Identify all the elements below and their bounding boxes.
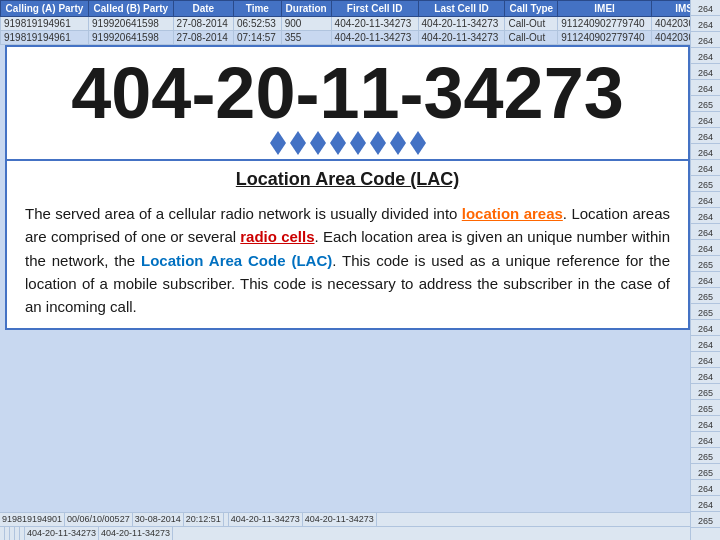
arrow-down-2: [290, 143, 306, 155]
body-text-segment: location areas: [462, 205, 563, 222]
table-cell: Call-Out: [505, 17, 558, 31]
arrow-down-5: [350, 143, 366, 155]
right-number: 265: [691, 400, 720, 416]
right-number: 264: [691, 240, 720, 256]
arrow-group-6: [370, 131, 386, 155]
table-header: First Cell ID: [331, 1, 418, 17]
table-header: Time: [233, 1, 281, 17]
table-cell: 27-08-2014: [173, 17, 233, 31]
arrow-group-1: [270, 131, 286, 155]
arrow-down-4: [330, 143, 346, 155]
table-header: Calling (A) Party: [1, 1, 89, 17]
table-row: 91981919496191992064159827-08-201407:14:…: [1, 31, 720, 45]
table-cell: 911240902779740: [558, 17, 652, 31]
arrow-group-2: [290, 131, 306, 155]
table-cell: 27-08-2014: [173, 31, 233, 45]
right-number: 264: [691, 160, 720, 176]
info-panel: 404-20-11-34273 Location Area Code (LAC)…: [5, 45, 690, 330]
right-number: 264: [691, 64, 720, 80]
background-table: Calling (A) PartyCalled (B) PartyDateTim…: [0, 0, 720, 45]
bottom-table-cell: 20:12:51: [184, 513, 224, 526]
table-cell: 900: [281, 17, 331, 31]
table-cell: 919819194961: [1, 31, 89, 45]
right-number: 264: [691, 16, 720, 32]
arrow-group-3: [310, 131, 326, 155]
right-number: 264: [691, 128, 720, 144]
bottom-table-cell: 30-08-2014: [133, 513, 184, 526]
arrow-down-8: [410, 143, 426, 155]
arrow-down-3: [310, 143, 326, 155]
table-header: Date: [173, 1, 233, 17]
right-number: 264: [691, 368, 720, 384]
right-column-numbers: 2642642642642642642652642642642642652642…: [690, 0, 720, 540]
right-number: 264: [691, 144, 720, 160]
table-header: Last Cell ID: [418, 1, 505, 17]
arrow-group-4: [330, 131, 346, 155]
right-number: 264: [691, 352, 720, 368]
right-number: 265: [691, 384, 720, 400]
table-header: IMEI: [558, 1, 652, 17]
cell-id-display: 404-20-11-34273: [7, 47, 688, 129]
right-number: 264: [691, 112, 720, 128]
table-cell: 07:14:57: [233, 31, 281, 45]
table-cell: 404-20-11-34273: [331, 17, 418, 31]
table-cell: 919920641598: [89, 31, 174, 45]
right-number: 265: [691, 96, 720, 112]
table-cell: 911240902779740: [558, 31, 652, 45]
right-number: 265: [691, 304, 720, 320]
right-number: 264: [691, 192, 720, 208]
cell-id-value: 404-20-11-34273: [71, 53, 623, 133]
right-number: 265: [691, 176, 720, 192]
right-number: 264: [691, 48, 720, 64]
arrow-down-6: [370, 143, 386, 155]
table-cell: 404-20-11-34273: [331, 31, 418, 45]
table-cell: 404-20-11-34273: [418, 31, 505, 45]
table-cell: 06:52:53: [233, 17, 281, 31]
bottom-table-cell: 404-20-11-34273: [25, 527, 99, 540]
bottom-table-row: 404-20-11-34273404-20-11-34273: [0, 526, 690, 540]
table-row: 91981919496191992064159827-08-201406:52:…: [1, 17, 720, 31]
bottom-table-cell: 404-20-11-34273: [99, 527, 173, 540]
table-header: Called (B) Party: [89, 1, 174, 17]
right-number: 264: [691, 320, 720, 336]
lac-title: Location Area Code (LAC): [7, 161, 688, 196]
arrow-down-7: [390, 143, 406, 155]
right-number: 264: [691, 336, 720, 352]
table-header: Call Type: [505, 1, 558, 17]
body-text-segment: radio cells: [240, 228, 314, 245]
arrow-group-5: [350, 131, 366, 155]
right-number: 264: [691, 272, 720, 288]
bottom-table-cell: 00/06/10/00527: [65, 513, 133, 526]
right-number: 265: [691, 288, 720, 304]
right-number: 264: [691, 208, 720, 224]
arrows-row: [7, 129, 688, 159]
right-number: 265: [691, 256, 720, 272]
bottom-table-rows: 91981919490100/06/10/0052730-08-201420:1…: [0, 512, 690, 540]
bottom-table-cell: 404-20-11-34273: [229, 513, 303, 526]
bottom-table-cell: 404-20-11-34273: [303, 513, 377, 526]
right-number: 264: [691, 496, 720, 512]
right-number: 264: [691, 224, 720, 240]
right-number: 264: [691, 432, 720, 448]
table-cell: 355: [281, 31, 331, 45]
right-number: 264: [691, 32, 720, 48]
table-cell: 404-20-11-34273: [418, 17, 505, 31]
bottom-table-cell: 919819194901: [0, 513, 65, 526]
right-number: 265: [691, 464, 720, 480]
right-number: 264: [691, 416, 720, 432]
arrow-group-7: [390, 131, 406, 155]
right-number: 264: [691, 80, 720, 96]
table-cell: 919920641598: [89, 17, 174, 31]
table-cell: 919819194961: [1, 17, 89, 31]
body-text: The served area of a cellular radio netw…: [7, 196, 688, 328]
body-text-segment: The served area of a cellular radio netw…: [25, 205, 462, 222]
bottom-table-row: 91981919490100/06/10/0052730-08-201420:1…: [0, 512, 690, 526]
right-number: 264: [691, 0, 720, 16]
right-number: 264: [691, 480, 720, 496]
arrow-group-8: [410, 131, 426, 155]
right-number: 265: [691, 512, 720, 528]
right-number: 265: [691, 448, 720, 464]
table-header: Duration: [281, 1, 331, 17]
arrow-down-1: [270, 143, 286, 155]
table-cell: Call-Out: [505, 31, 558, 45]
